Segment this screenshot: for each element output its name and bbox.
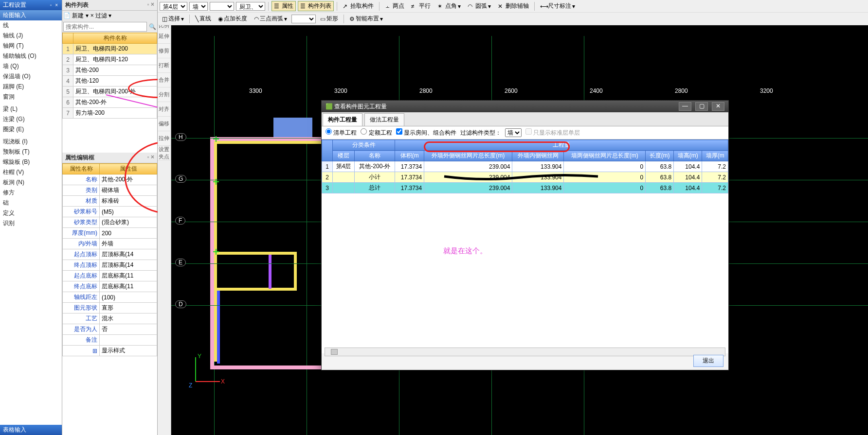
point-angle-button[interactable]: ✶点角 ▾: [435, 1, 463, 11]
table-row[interactable]: 砂浆类型(混合砂浆): [63, 217, 157, 228]
table-row[interactable]: 终点底标层底标高(11: [63, 281, 157, 292]
parallel-button[interactable]: ≠平行: [409, 1, 433, 11]
tree-item[interactable]: 窗洞: [0, 92, 62, 102]
close-button[interactable]: ✕: [712, 102, 724, 111]
ribbon-row1: 第4层 墙 厨卫、电 ☰属性 ☰构件列表 ↗拾取构件 ⫠两点 ≠平行 ✶点角 ▾…: [158, 0, 868, 13]
component-select[interactable]: 厨卫、电: [236, 2, 265, 11]
dock-icon[interactable]: ▫ ×: [147, 1, 154, 9]
dialog-titlebar[interactable]: 🟩 查看构件图元工程量 — ▢ ✕: [322, 101, 728, 112]
search-icon[interactable]: 🔍: [149, 23, 156, 30]
vtool-button[interactable]: 对齐: [158, 102, 170, 117]
table-row[interactable]: 厚度(mm)200: [63, 228, 157, 239]
dimension-button[interactable]: ⟷尺寸标注 ▾: [538, 1, 578, 11]
table-row[interactable]: 3其他-200: [63, 65, 157, 76]
show-style[interactable]: 显示样式: [100, 346, 157, 356]
table-row[interactable]: 内/外墙外墙: [63, 239, 157, 249]
tree-item[interactable]: 连梁 (G): [0, 114, 62, 124]
vtool-button[interactable]: 偏移: [158, 117, 170, 131]
filter-button[interactable]: × 过滤 ▾: [90, 12, 112, 20]
tab-component-qty[interactable]: 构件工程量: [323, 113, 362, 126]
table-row[interactable]: 类别砌体墙: [63, 185, 157, 196]
table-row[interactable]: 起点底标层底标高(11: [63, 271, 157, 281]
tree-item[interactable]: 圈梁 (E): [0, 124, 62, 135]
tree-item[interactable]: 板洞 (N): [0, 177, 62, 188]
table-row[interactable]: 是否为人否: [63, 324, 157, 335]
two-point-button[interactable]: ⫠两点: [382, 1, 407, 11]
vtool-button[interactable]: 拉伸: [158, 131, 170, 146]
tree-item[interactable]: 轴线 (J): [0, 31, 62, 41]
category-select[interactable]: 墙: [189, 2, 208, 11]
wall[interactable]: [273, 118, 312, 137]
arc3-button[interactable]: ◠ 三点画弧 ▾: [252, 14, 289, 24]
tree-item[interactable]: 螺旋板 (B): [0, 157, 62, 167]
tree-item[interactable]: 预制板 (T): [0, 147, 62, 157]
vtool-button[interactable]: 修剪: [158, 44, 170, 58]
minimize-button[interactable]: —: [679, 102, 691, 111]
tree-item[interactable]: 础: [0, 198, 62, 208]
tree-item[interactable]: 轴网 (T): [0, 41, 62, 51]
radio-list[interactable]: 清单工程: [326, 128, 357, 137]
table-row[interactable]: 终点顶标层顶标高(14: [63, 260, 157, 271]
qty-col: 体积(m: [395, 151, 424, 161]
table-row[interactable]: 4其他-120: [63, 76, 157, 87]
check-room[interactable]: 显示房间、组合构件: [396, 128, 456, 137]
table-row[interactable]: 工艺混水: [63, 313, 157, 324]
tree-item[interactable]: 梁 (L): [0, 104, 62, 114]
wall[interactable]: [214, 252, 297, 255]
radio-de[interactable]: 定额工程: [361, 128, 392, 137]
table-row[interactable]: 砂浆标号(M5): [63, 207, 157, 217]
rect-button[interactable]: ▭ 矩形: [318, 14, 341, 24]
tree-item[interactable]: 修方: [0, 188, 62, 198]
subcat-select[interactable]: [210, 2, 234, 11]
dock-icon[interactable]: ▫ ×: [50, 2, 59, 8]
col-group1: 分类条件: [333, 140, 395, 151]
table-row[interactable]: 图元形状直形: [63, 303, 157, 313]
pick-component-button[interactable]: ↗拾取构件: [340, 1, 376, 11]
tree-item[interactable]: 墙 (Q): [0, 61, 62, 71]
tree-item[interactable]: 辅助轴线 (O): [0, 51, 62, 61]
table-row[interactable]: 3总计17.3734239.004133.904063.8104.47.2: [322, 183, 728, 193]
arc-button[interactable]: ◠圆弧 ▾: [465, 1, 493, 11]
filter-select[interactable]: 墙: [505, 128, 522, 137]
exit-button[interactable]: 退出: [693, 355, 723, 367]
component-list-button[interactable]: ☰构件列表: [298, 1, 334, 11]
tree-item[interactable]: 柱帽 (V): [0, 167, 62, 177]
select-button[interactable]: ◫ 选择 ▾: [160, 14, 186, 24]
tree-item[interactable]: 保温墙 (O): [0, 71, 62, 82]
tree-item[interactable]: 定义: [0, 208, 62, 218]
vtool-button[interactable]: 延伸: [158, 29, 170, 44]
table-row[interactable]: 2厨卫、电梯四周-120: [63, 54, 157, 65]
vtool-button[interactable]: 分割: [158, 87, 170, 102]
tab-method-qty[interactable]: 做法工程量: [364, 113, 404, 126]
maximize-button[interactable]: ▢: [695, 102, 708, 111]
property-button[interactable]: ☰属性: [271, 1, 296, 11]
line-button[interactable]: ╲ 直线: [193, 14, 214, 24]
horizontal-scrollbar[interactable]: [325, 348, 725, 356]
check-only-std[interactable]: 只显示标准层单层: [525, 128, 580, 137]
table-row[interactable]: 起点顶标层顶标高(14: [63, 249, 157, 260]
table-row[interactable]: 材质标准砖: [63, 196, 157, 207]
wall[interactable]: [214, 288, 297, 291]
vtool-button[interactable]: 设置夹点: [158, 146, 170, 160]
table-row[interactable]: 1厨卫、电梯四周-200: [63, 44, 157, 54]
table-row[interactable]: 名称其他-200-外: [63, 174, 157, 185]
extend-line-button[interactable]: ◉ 点加长度: [216, 14, 250, 24]
floor-select[interactable]: 第4层: [160, 2, 187, 11]
table-row[interactable]: 1第4层其他-200-外17.3734239.004133.904063.810…: [322, 161, 728, 172]
table-row[interactable]: 轴线距左(100): [63, 292, 157, 303]
wall[interactable]: [269, 255, 271, 289]
tree-item[interactable]: 踢脚 (E): [0, 82, 62, 92]
smart-layout-button[interactable]: ⚙ 智能布置 ▾: [347, 14, 385, 24]
table-input-title[interactable]: 表格输入: [0, 425, 62, 435]
tree-item[interactable]: 识别: [0, 218, 62, 228]
arc3-opt-select[interactable]: [291, 15, 316, 23]
search-input[interactable]: [63, 22, 147, 32]
vtool-button[interactable]: 打断: [158, 58, 170, 73]
vtool-button[interactable]: 合并: [158, 73, 170, 87]
tree-item[interactable]: 线: [0, 20, 62, 31]
new-button[interactable]: 📄 新建 ▾: [63, 12, 89, 20]
wall[interactable]: [294, 252, 297, 291]
delete-aux-button[interactable]: ✕删除辅轴: [495, 1, 531, 11]
table-row[interactable]: 备注: [63, 335, 157, 346]
tree-item[interactable]: 现浇板 (I): [0, 137, 62, 147]
